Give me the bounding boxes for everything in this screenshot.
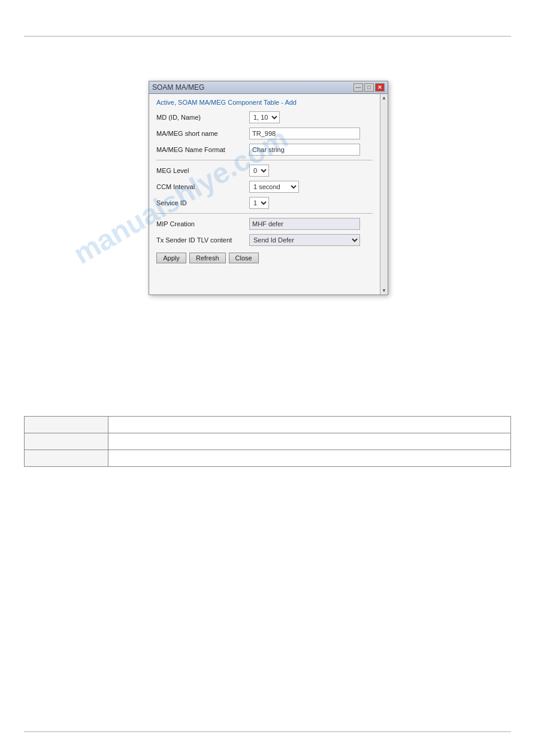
field-meg-level: MEG Level 0 1 2 xyxy=(156,164,373,177)
field-ccm-interval: CCM Interval 1 second 10 seconds 1 minut… xyxy=(156,180,373,193)
dialog-inner: Active, SOAM MA/MEG Component Table - Ad… xyxy=(149,94,388,294)
table-row xyxy=(25,417,511,433)
ccm-interval-label: CCM Interval xyxy=(156,183,249,190)
restore-button[interactable]: □ xyxy=(364,83,374,92)
button-row: Apply Refresh Close xyxy=(156,253,373,263)
close-button[interactable]: Close xyxy=(229,253,259,263)
ccm-interval-value: 1 second 10 seconds 1 minute xyxy=(249,181,373,193)
dialog-title-buttons: — □ ✕ xyxy=(353,83,385,92)
field-mip-creation: MIP Creation xyxy=(156,217,373,230)
mip-creation-label: MIP Creation xyxy=(156,220,249,227)
ma-meg-short-name-value xyxy=(249,127,373,139)
table-row xyxy=(25,433,511,450)
table-cell-col1 xyxy=(25,433,108,450)
scroll-down-arrow[interactable]: ▼ xyxy=(382,288,386,293)
field-ma-meg-short-name: MA/MEG short name xyxy=(156,127,373,140)
md-label: MD (ID, Name) xyxy=(156,114,249,121)
separator-1 xyxy=(156,160,373,160)
table-cell-col1 xyxy=(25,417,108,433)
md-select[interactable]: 1, 10 1, 11 2, 10 xyxy=(249,111,280,123)
tx-sender-id-label: Tx Sender ID TLV content xyxy=(156,236,249,244)
bottom-divider xyxy=(24,731,511,732)
meg-level-value: 0 1 2 xyxy=(249,165,373,177)
field-ma-meg-name-format: MA/MEG Name Format xyxy=(156,143,373,156)
ccm-interval-select[interactable]: 1 second 10 seconds 1 minute xyxy=(249,181,299,193)
field-md: MD (ID, Name) 1, 10 1, 11 2, 10 xyxy=(156,111,373,124)
scroll-up-arrow[interactable]: ▲ xyxy=(382,95,386,101)
table-cell-col2 xyxy=(108,450,511,467)
refresh-button[interactable]: Refresh xyxy=(189,253,226,263)
dialog-scrollbar[interactable]: ▲ ▼ xyxy=(380,94,388,294)
bottom-table-container xyxy=(24,416,511,467)
table-cell-col2 xyxy=(108,433,511,450)
dialog-window: SOAM MA/MEG — □ ✕ Active, SOAM MA/MEG Co… xyxy=(149,81,388,295)
ma-meg-name-format-input[interactable] xyxy=(249,144,360,156)
top-divider xyxy=(24,36,511,37)
bottom-table xyxy=(24,416,511,467)
table-cell-col1 xyxy=(25,450,108,467)
ma-meg-name-format-value xyxy=(249,144,373,156)
ma-meg-short-name-label: MA/MEG short name xyxy=(156,130,249,137)
meg-level-label: MEG Level xyxy=(156,167,249,174)
table-cell-col2 xyxy=(108,417,511,433)
dialog-title: SOAM MA/MEG xyxy=(152,83,204,92)
dialog-main-area: Active, SOAM MA/MEG Component Table - Ad… xyxy=(149,94,380,294)
minimize-button[interactable]: — xyxy=(353,83,363,92)
table-row xyxy=(25,450,511,467)
md-value: 1, 10 1, 11 2, 10 xyxy=(249,111,373,123)
apply-button[interactable]: Apply xyxy=(156,253,186,263)
service-id-select[interactable]: 1 2 3 xyxy=(249,197,269,209)
field-tx-sender-id: Tx Sender ID TLV content Send Id Defer N… xyxy=(156,233,373,247)
field-service-id: Service ID 1 2 3 xyxy=(156,196,373,210)
mip-creation-value xyxy=(249,218,373,230)
separator-2 xyxy=(156,213,373,214)
dialog-subtitle: Active, SOAM MA/MEG Component Table - Ad… xyxy=(156,99,373,106)
dialog-container: SOAM MA/MEG — □ ✕ Active, SOAM MA/MEG Co… xyxy=(149,81,388,295)
ma-meg-short-name-input[interactable] xyxy=(249,127,360,139)
tx-sender-id-select[interactable]: Send Id Defer None Chassis xyxy=(249,234,360,246)
meg-level-select[interactable]: 0 1 2 xyxy=(249,165,269,177)
service-id-label: Service ID xyxy=(156,199,249,207)
dialog-content: Active, SOAM MA/MEG Component Table - Ad… xyxy=(149,94,380,294)
close-window-button[interactable]: ✕ xyxy=(375,83,385,92)
tx-sender-id-value: Send Id Defer None Chassis xyxy=(249,234,373,246)
dialog-extra-space xyxy=(156,263,373,287)
service-id-value: 1 2 3 xyxy=(249,197,373,209)
ma-meg-name-format-label: MA/MEG Name Format xyxy=(156,146,249,153)
mip-creation-input xyxy=(249,218,360,230)
dialog-titlebar: SOAM MA/MEG — □ ✕ xyxy=(149,81,388,94)
